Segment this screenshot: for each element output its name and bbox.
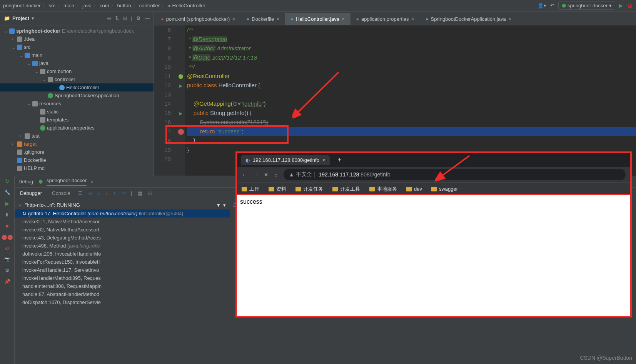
breadcrumb-item[interactable]: src: [49, 3, 55, 8]
editor-tab[interactable]: ●Dockerfile×: [241, 13, 285, 25]
breadcrumb-item[interactable]: ● HelloController: [168, 3, 205, 8]
run-config-selector[interactable]: ⬢ springboot-docker ▾: [558, 2, 615, 10]
breadcrumb-item[interactable]: main: [63, 3, 74, 8]
stack-frame[interactable]: doDispatch:1070, DispatcherServle: [15, 298, 230, 306]
resume-icon[interactable]: ▶: [5, 201, 9, 206]
bookmark[interactable]: 工作: [242, 186, 259, 193]
back-button[interactable]: ←: [242, 172, 247, 178]
browser-tab[interactable]: ◐ 192.168.117.128:8080/getinfo ×: [241, 155, 330, 165]
tree-node[interactable]: templates: [0, 116, 154, 124]
tree-node[interactable]: ⌄ resources: [0, 100, 154, 108]
editor-tab[interactable]: ●application.properties×: [351, 13, 420, 25]
stack-frame[interactable]: invoke0:-1, NativeMethodAccessor: [15, 218, 230, 226]
stop-button[interactable]: ✕: [264, 172, 268, 178]
editor-tab[interactable]: ●HelloController.java×: [285, 13, 351, 25]
stack-frame[interactable]: invokeAndHandle:117, ServletInvo: [15, 266, 230, 274]
expand-icon[interactable]: ⇅: [115, 15, 119, 21]
forward-button[interactable]: →: [253, 172, 258, 178]
close-icon[interactable]: ×: [322, 157, 326, 163]
user-icon[interactable]: 👤▾: [538, 3, 546, 8]
thread-header[interactable]: ✓ "http-nio-...n": RUNNING ▼ ▾: [15, 201, 230, 209]
run-button[interactable]: ▶: [619, 3, 623, 8]
debug-button[interactable]: 🐞: [627, 3, 633, 8]
stack-frame[interactable]: ↻ getInfo:17, HelloController (com.butto…: [15, 209, 230, 218]
tree-node[interactable]: › .idea: [0, 35, 154, 43]
mute-bp-icon[interactable]: ⊘: [5, 245, 9, 251]
breadcrumb-item[interactable]: java: [82, 3, 92, 8]
stack-frame[interactable]: invoke:43, DelegatingMethodAcces: [15, 234, 230, 242]
chevron-down-icon[interactable]: ▾: [32, 15, 34, 21]
breadcrumb-item[interactable]: button: [117, 3, 131, 8]
step-into-icon[interactable]: ↓: [98, 190, 100, 196]
stop-icon[interactable]: ■: [6, 223, 9, 229]
bookmark[interactable]: 资料: [269, 186, 286, 193]
pin-icon[interactable]: 📌: [4, 279, 10, 284]
chevron-down-icon[interactable]: ▾: [223, 202, 226, 208]
editor-tab[interactable]: ●pom.xml (springboot-docker)×: [155, 13, 241, 25]
tree-node[interactable]: ⌄ main: [0, 51, 154, 59]
more-icon[interactable]: ⊟: [148, 190, 152, 196]
collapse-icon[interactable]: ⊟: [123, 15, 127, 21]
tab-debugger[interactable]: Debugger: [18, 189, 44, 198]
settings-icon[interactable]: 🔧: [4, 189, 10, 195]
settings-icon[interactable]: ⚙: [136, 15, 141, 21]
tree-node[interactable]: › test: [0, 132, 154, 140]
bookmark[interactable]: swagger: [431, 186, 458, 192]
tree-node[interactable]: ⌄ java: [0, 59, 154, 67]
gear-icon[interactable]: ⚙: [5, 268, 10, 273]
home-button[interactable]: ⌂: [274, 172, 277, 178]
tree-node[interactable]: ⌄ controller: [0, 75, 154, 83]
breadcrumb-item[interactable]: controller: [139, 3, 160, 8]
pause-icon[interactable]: ⏸: [5, 212, 10, 218]
stack-frame[interactable]: invokeForRequest:150, InvocableH: [15, 258, 230, 266]
tree-node[interactable]: ⌄ src: [0, 43, 154, 51]
stack-frame[interactable]: invoke:62, NativeMethodAccessorI: [15, 226, 230, 234]
bookmark[interactable]: 开发任务: [295, 186, 323, 193]
stack-frame[interactable]: handleInternal:808, RequestMappin: [15, 282, 230, 290]
tree-node[interactable]: › target: [0, 140, 154, 148]
close-icon[interactable]: ×: [342, 16, 345, 22]
breakpoints-icon[interactable]: ⬤⬤: [2, 234, 13, 240]
close-icon[interactable]: ×: [508, 16, 511, 22]
breadcrumb-item[interactable]: pringboot-docker: [3, 3, 41, 8]
editor-tab[interactable]: ●SpringbootDockerApplication.java×: [420, 13, 517, 25]
force-step-icon[interactable]: ↓: [105, 190, 108, 196]
stack-frame[interactable]: invoke:498, Method (java.lang.refle: [15, 242, 230, 250]
layout-icon[interactable]: ▦: [138, 190, 142, 196]
run-to-cursor-icon[interactable]: ⤳: [121, 190, 125, 196]
frames-panel[interactable]: ✓ "http-nio-...n": RUNNING ▼ ▾ ↻ getInfo…: [15, 199, 230, 364]
tab-console[interactable]: Console: [50, 189, 73, 198]
close-icon[interactable]: ×: [276, 16, 279, 22]
bookmark[interactable]: 开发工具: [332, 186, 360, 193]
filter-icon[interactable]: ▼: [216, 202, 221, 208]
tree-node[interactable]: HelloController: [0, 83, 154, 91]
rerun-icon[interactable]: ↻: [5, 178, 9, 184]
tree-node[interactable]: ⌄ com.button: [0, 67, 154, 75]
step-over-icon[interactable]: ⤼: [88, 190, 92, 196]
camera-icon[interactable]: 📷: [4, 256, 10, 262]
close-icon[interactable]: ×: [90, 179, 93, 184]
stack-frame[interactable]: handle:87, AbstractHandlerMethod: [15, 290, 230, 298]
threads-icon[interactable]: ☰: [78, 190, 83, 196]
back-icon[interactable]: ↶: [550, 3, 554, 8]
stack-frame[interactable]: doInvoke:205, InvocableHandlerMe: [15, 250, 230, 258]
new-tab-button[interactable]: +: [337, 156, 342, 164]
tree-node[interactable]: SpringbootDockerApplication: [0, 91, 154, 100]
address-bar[interactable]: ▲ 不安全 | 192.168.117.128:8080/getinfo: [284, 169, 626, 180]
tree-node[interactable]: static: [0, 108, 154, 116]
stack-frame[interactable]: invokeHandlerMethod:895, Reques: [15, 274, 230, 282]
tree-node[interactable]: HELP.md: [0, 164, 154, 172]
tree-node[interactable]: Dockerfile: [0, 156, 154, 164]
breadcrumb-item[interactable]: com: [100, 3, 109, 8]
watermark: CSDN @SuperButton: [580, 355, 632, 361]
bookmark[interactable]: 本地服务: [369, 186, 397, 193]
tree-node[interactable]: .gitignore: [0, 148, 154, 156]
close-icon[interactable]: ×: [411, 16, 414, 22]
tree-node[interactable]: ⌄ springboot-docker E:\demo\docker\sprin…: [0, 27, 154, 35]
tree-node[interactable]: application.properties: [0, 124, 154, 132]
step-out-icon[interactable]: ↑: [114, 190, 116, 196]
close-icon[interactable]: ×: [232, 16, 235, 22]
hide-icon[interactable]: —: [145, 15, 150, 21]
bookmark[interactable]: dev: [406, 186, 422, 192]
locate-icon[interactable]: ⊕: [107, 15, 111, 21]
